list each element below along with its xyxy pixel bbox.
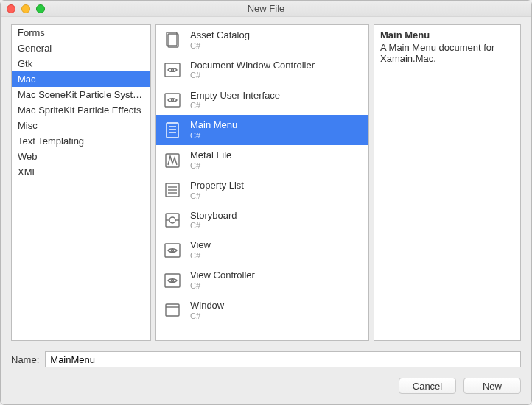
- template-language: C#: [190, 71, 315, 80]
- category-item[interactable]: Misc: [12, 118, 150, 133]
- category-item[interactable]: Gtk: [12, 56, 150, 71]
- eye-icon: [162, 90, 183, 110]
- template-name: View: [190, 239, 211, 251]
- new-file-dialog: New File FormsGeneralGtkMacMac SceneKit …: [0, 0, 532, 405]
- svg-point-20: [172, 249, 174, 251]
- name-input[interactable]: [45, 351, 521, 367]
- template-name: Main Menu: [190, 119, 237, 131]
- svg-rect-2: [165, 63, 180, 77]
- svg-point-5: [172, 99, 174, 101]
- eye-icon: [162, 60, 183, 80]
- eye-icon: [162, 240, 183, 261]
- template-name: Empty User Interface: [190, 90, 280, 102]
- svg-point-16: [169, 217, 175, 223]
- template-text: Document Window ControllerC#: [190, 60, 315, 81]
- template-item[interactable]: View ControllerC#: [156, 265, 368, 295]
- window-controls: [7, 4, 45, 13]
- template-name: Property List: [190, 180, 244, 191]
- template-text: Empty User InterfaceC#: [190, 90, 280, 111]
- panes: FormsGeneralGtkMacMac SceneKit Particle …: [11, 24, 521, 341]
- category-item[interactable]: Mac SceneKit Particle Systems: [12, 87, 150, 102]
- template-item[interactable]: Document Window ControllerC#: [156, 55, 368, 85]
- svg-rect-4: [165, 94, 180, 107]
- category-item[interactable]: Mac SpriteKit Particle Effects: [12, 102, 150, 118]
- template-list[interactable]: Asset CatalogC#Document Window Controlle…: [155, 24, 369, 341]
- template-item[interactable]: Metal FileC#: [156, 145, 368, 175]
- svg-point-22: [172, 279, 174, 281]
- template-name: Asset Catalog: [190, 29, 250, 41]
- category-item[interactable]: Web: [12, 149, 150, 164]
- template-item[interactable]: ViewC#: [156, 235, 368, 265]
- titlebar: New File: [1, 1, 531, 17]
- content-area: FormsGeneralGtkMacMac SceneKit Particle …: [1, 17, 531, 404]
- button-row: Cancel New: [11, 378, 521, 394]
- svg-rect-19: [165, 244, 180, 257]
- details-description: A Main Menu document for Xamain.Mac.: [380, 42, 514, 64]
- svg-rect-6: [167, 123, 178, 138]
- template-language: C#: [190, 221, 237, 230]
- template-language: C#: [190, 281, 255, 291]
- template-text: ViewC#: [190, 239, 211, 261]
- metal-icon: [162, 150, 183, 171]
- template-item[interactable]: Main MenuC#: [156, 115, 368, 145]
- minimize-icon[interactable]: [21, 4, 30, 13]
- template-text: StoryboardC#: [190, 210, 237, 231]
- name-row: Name:: [11, 351, 521, 367]
- window-icon: [162, 300, 183, 320]
- close-icon[interactable]: [7, 4, 15, 13]
- cancel-button[interactable]: Cancel: [399, 378, 456, 394]
- svg-point-3: [172, 69, 174, 71]
- svg-rect-21: [165, 274, 180, 287]
- assets-icon: [162, 29, 183, 50]
- template-item[interactable]: Empty User InterfaceC#: [156, 85, 368, 116]
- list-icon: [162, 180, 183, 200]
- template-item[interactable]: StoryboardC#: [156, 205, 368, 236]
- category-item[interactable]: General: [12, 40, 150, 56]
- template-text: View ControllerC#: [190, 270, 255, 291]
- svg-rect-23: [166, 304, 179, 316]
- template-language: C#: [190, 251, 211, 261]
- storyboard-icon: [162, 210, 183, 230]
- name-label: Name:: [11, 354, 39, 365]
- template-language: C#: [190, 191, 244, 201]
- template-text: Metal FileC#: [190, 149, 231, 171]
- template-name: Metal File: [190, 149, 231, 161]
- new-button[interactable]: New: [463, 378, 521, 394]
- svg-rect-10: [166, 154, 179, 167]
- category-item[interactable]: Mac: [12, 71, 150, 87]
- window-title: New File: [248, 3, 285, 14]
- template-item[interactable]: Property ListC#: [156, 175, 368, 205]
- template-name: View Controller: [190, 270, 255, 281]
- template-name: Storyboard: [190, 210, 237, 222]
- template-language: C#: [190, 101, 280, 110]
- doc-icon: [162, 120, 183, 141]
- eye-icon: [162, 270, 183, 291]
- template-item[interactable]: WindowC#: [156, 295, 368, 325]
- category-list[interactable]: FormsGeneralGtkMacMac SceneKit Particle …: [11, 24, 151, 341]
- template-language: C#: [190, 161, 231, 171]
- category-item[interactable]: Text Templating: [12, 133, 150, 149]
- template-language: C#: [190, 131, 237, 141]
- template-text: Main MenuC#: [190, 119, 237, 141]
- category-item[interactable]: Forms: [12, 25, 150, 40]
- template-language: C#: [190, 311, 224, 321]
- template-item[interactable]: Asset CatalogC#: [156, 25, 368, 55]
- template-name: Document Window Controller: [190, 60, 315, 71]
- template-text: Property ListC#: [190, 180, 244, 201]
- details-pane: Main Menu A Main Menu document for Xamai…: [374, 24, 521, 341]
- details-title: Main Menu: [380, 29, 514, 40]
- template-name: Window: [190, 300, 224, 311]
- template-text: Asset CatalogC#: [190, 29, 250, 51]
- template-language: C#: [190, 41, 250, 51]
- category-item[interactable]: XML: [12, 164, 150, 180]
- template-text: WindowC#: [190, 300, 224, 321]
- maximize-icon[interactable]: [36, 4, 45, 13]
